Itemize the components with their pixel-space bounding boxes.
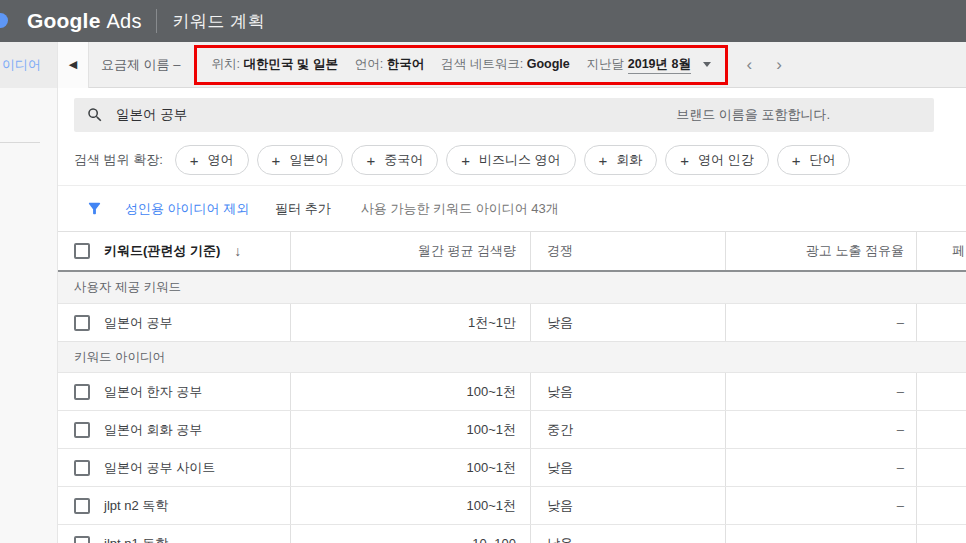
month-pager: ‹ › (746, 55, 781, 75)
table-row[interactable]: jlpt n2 독학 100~1천 낮음 – (58, 486, 966, 524)
chip-label: 비즈니스 영어 (479, 151, 561, 169)
plus-icon: + (599, 152, 608, 169)
volume-cell: 100~1천 (290, 449, 530, 486)
row-checkbox[interactable] (74, 498, 90, 514)
bid-cell (916, 525, 966, 543)
keyword-cell: 일본어 한자 공부 (104, 383, 202, 401)
row-checkbox[interactable] (74, 536, 90, 543)
row-checkbox[interactable] (74, 384, 90, 400)
competition-column-header[interactable]: 경쟁 (530, 232, 725, 270)
plan-name-label[interactable]: 요금제 이름 – (101, 56, 180, 74)
plus-icon: + (272, 152, 281, 169)
sidebar-item-keyword-ideas[interactable]: 이디어 (0, 42, 57, 88)
keyword-table: 키워드(관련성 기준) ↓ 월간 평균 검색량 경쟁 광고 노출 점유율 페 사… (58, 231, 966, 543)
competition-cell: 중간 (530, 411, 725, 448)
sidebar-divider (0, 142, 40, 143)
bid-cell (916, 449, 966, 486)
logo-google-text: Google (27, 9, 101, 33)
app-top-bar: Google Ads 키워드 계획 (0, 0, 966, 42)
table-row[interactable]: 일본어 공부 사이트 100~1천 낮음 – (58, 448, 966, 486)
plus-icon: + (461, 152, 470, 169)
chip-label: 일본어 (289, 151, 328, 169)
expansion-chip[interactable]: + 중국어 (351, 145, 438, 175)
keyword-cell: jlpt n1 독학 (104, 535, 168, 543)
row-checkbox[interactable] (74, 460, 90, 476)
volume-column-header[interactable]: 월간 평균 검색량 (290, 232, 530, 270)
sort-desc-icon[interactable]: ↓ (234, 243, 241, 259)
targeting-settings-highlight: 위치: 대한민국 및 일본 언어: 한국어 검색 네트워크: Google 지난… (194, 45, 728, 85)
expansion-label: 검색 범위 확장: (74, 151, 163, 169)
network-setting[interactable]: 검색 네트워크: Google (441, 56, 570, 73)
plus-icon: + (680, 152, 689, 169)
available-ideas-count: 사용 가능한 키워드 아이디어 43개 (361, 200, 559, 218)
ad-share-cell: – (725, 411, 916, 448)
table-row[interactable]: 일본어 회화 공부 100~1천 중간 – (58, 410, 966, 448)
bid-cell (916, 373, 966, 410)
collapse-panel-button[interactable]: ◀ (58, 42, 89, 88)
filter-funnel-icon (86, 200, 103, 217)
search-expansion-row: 검색 범위 확장: + 영어 + 일본어 + 중국어 + 비즈니스 영어 + 회… (58, 132, 966, 186)
ad-share-cell: – (725, 449, 916, 486)
volume-cell: 1천~1만 (290, 304, 530, 341)
logo-ads-text: Ads (107, 10, 142, 33)
row-checkbox[interactable] (74, 422, 90, 438)
filter-bar: 성인용 아이디어 제외 필터 추가 사용 가능한 키워드 아이디어 43개 (58, 186, 966, 231)
table-row[interactable]: jlpt n1 독학 10~100 낮음 – (58, 524, 966, 543)
ad-share-cell: – (725, 525, 916, 543)
section-label: 키워드 아이디어 (74, 349, 165, 366)
table-section-row: 키워드 아이디어 (58, 341, 966, 372)
competition-cell: 낮음 (530, 487, 725, 524)
left-sidebar: 이디어 (0, 42, 58, 543)
dropdown-caret-icon (703, 62, 711, 67)
google-ads-logo: Google Ads (27, 9, 142, 33)
row-checkbox[interactable] (74, 315, 90, 331)
plus-icon: + (366, 152, 375, 169)
topbar-divider (156, 9, 157, 33)
plus-icon: + (792, 152, 801, 169)
table-row[interactable]: 일본어 한자 공부 100~1천 낮음 – (58, 372, 966, 410)
table-row[interactable]: 일본어 공부 1천~1만 낮음 – (58, 303, 966, 341)
chip-label: 영어 (208, 151, 234, 169)
chips-container: + 영어 + 일본어 + 중국어 + 비즈니스 영어 + 회화 + 영어 인강 … (175, 145, 851, 175)
volume-cell: 10~100 (290, 525, 530, 543)
add-filter-button[interactable]: 필터 추가 (275, 200, 331, 218)
select-all-checkbox[interactable] (74, 243, 90, 259)
date-range-select[interactable]: 지난달 2019년 8월 (587, 56, 712, 73)
bid-cell (916, 304, 966, 341)
prev-month-icon[interactable]: ‹ (746, 55, 752, 75)
bid-column-header[interactable]: 페 (916, 232, 966, 270)
language-setting[interactable]: 언어: 한국어 (355, 56, 424, 73)
competition-cell: 낮음 (530, 449, 725, 486)
section-label: 사용자 제공 키워드 (74, 279, 181, 296)
expansion-chip[interactable]: + 회화 (584, 145, 658, 175)
bid-cell (916, 411, 966, 448)
chip-label: 회화 (616, 151, 642, 169)
exclude-adult-ideas-link[interactable]: 성인용 아이디어 제외 (125, 200, 249, 218)
location-setting[interactable]: 위치: 대한민국 및 일본 (211, 56, 337, 73)
competition-cell: 낮음 (530, 373, 725, 410)
expansion-chip[interactable]: + 일본어 (257, 145, 344, 175)
ad-share-column-header[interactable]: 광고 노출 점유율 (725, 232, 916, 270)
page-title: 키워드 계획 (173, 10, 266, 33)
expansion-chip[interactable]: + 비즈니스 영어 (446, 145, 575, 175)
plus-icon: + (190, 152, 199, 169)
back-arrow-icon: ◀ (69, 58, 77, 71)
google-ads-logo-icon (0, 13, 8, 28)
keyword-column-header[interactable]: 키워드(관련성 기준) (104, 242, 220, 260)
chip-label: 중국어 (384, 151, 423, 169)
ad-share-cell: – (725, 304, 916, 341)
ad-share-cell: – (725, 373, 916, 410)
next-month-icon[interactable]: › (776, 55, 782, 75)
expansion-chip[interactable]: + 단어 (777, 145, 851, 175)
volume-cell: 100~1천 (290, 487, 530, 524)
keyword-cell: 일본어 공부 사이트 (104, 459, 215, 477)
bid-cell (916, 487, 966, 524)
keyword-cell: 일본어 회화 공부 (104, 421, 202, 439)
expansion-chip[interactable]: + 영어 (175, 145, 249, 175)
chip-label: 영어 인강 (698, 151, 754, 169)
volume-cell: 100~1천 (290, 373, 530, 410)
keyword-search-bar[interactable]: 일본어 공부 브랜드 이름을 포함합니다. (74, 98, 934, 132)
expansion-chip[interactable]: + 영어 인강 (665, 145, 768, 175)
plan-toolbar: ◀ 요금제 이름 – 위치: 대한민국 및 일본 언어: 한국어 검색 네트워크… (58, 42, 966, 88)
ad-share-cell: – (725, 487, 916, 524)
